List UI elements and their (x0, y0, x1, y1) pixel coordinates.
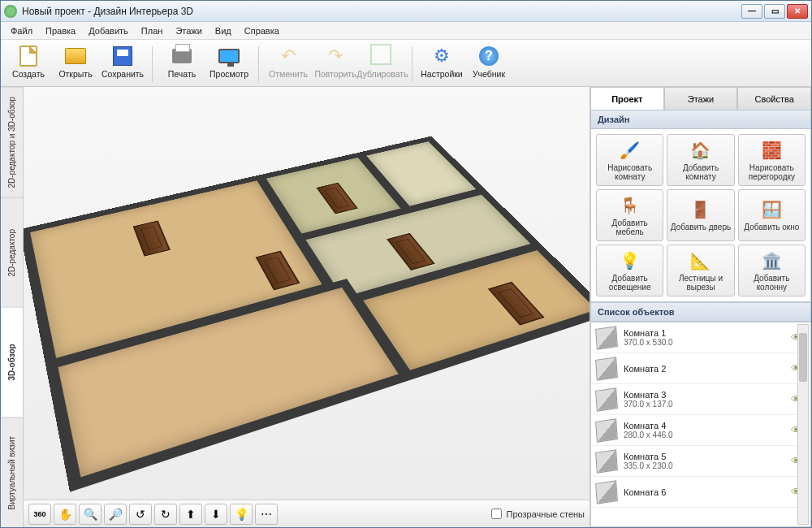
menu-edit[interactable]: Правка (39, 24, 82, 38)
create-button[interactable]: Создать (6, 43, 51, 85)
titlebar: Новый проект - Дизайн Интерьера 3D — ▭ ✕ (1, 1, 811, 22)
app-window: Новый проект - Дизайн Интерьера 3D — ▭ ✕… (0, 0, 812, 528)
object-dimensions: 370.0 x 137.0 (624, 400, 791, 409)
add-window-button[interactable]: 🪟Добавить окно (738, 189, 806, 241)
monitor-icon (218, 49, 240, 63)
menu-file[interactable]: Файл (4, 24, 39, 38)
design-label: Добавить дверь (671, 223, 731, 232)
help-icon: ? (479, 46, 499, 66)
design-label: Лестницы и вырезы (669, 274, 732, 292)
tab-project[interactable]: Проект (590, 87, 664, 110)
tilt-down-button[interactable]: ⬇ (205, 504, 227, 525)
zoom-in-button[interactable]: 🔍 (79, 504, 102, 525)
menu-add[interactable]: Добавить (82, 24, 135, 38)
pan-button[interactable]: ✋ (54, 504, 76, 525)
settings-button[interactable]: ⚙Настройки (419, 43, 464, 85)
stairs-button[interactable]: 📐Лестницы и вырезы (667, 245, 734, 296)
tilt-up-button[interactable]: ⬆ (179, 504, 202, 525)
duplicate-icon (374, 47, 391, 65)
object-name: Комната 3 (624, 390, 791, 400)
room-icon (595, 357, 618, 380)
gear-icon: ⚙ (430, 45, 453, 67)
add-column-button[interactable]: 🏛️Добавить колонну (738, 245, 806, 296)
window-title: Новый проект - Дизайн Интерьера 3D (22, 6, 741, 17)
folder-icon (65, 48, 86, 64)
object-list-item[interactable]: Комната 1 370.0 x 530.0 👁 (591, 322, 810, 353)
object-list-item[interactable]: Комната 4 280.0 x 446.0 👁 (591, 415, 810, 446)
zoom-out-button[interactable]: 🔎 (104, 504, 127, 525)
object-list[interactable]: Комната 1 370.0 x 530.0 👁 Комната 2 👁 Ко… (590, 322, 811, 527)
floppy-icon (113, 46, 132, 66)
lighting-button[interactable]: 💡 (230, 504, 253, 525)
preview-button[interactable]: Просмотр (206, 43, 252, 85)
new-file-icon (19, 45, 37, 67)
sidetab-2d[interactable]: 2D-редактор (1, 197, 23, 308)
app-icon (4, 5, 17, 18)
transparent-walls-checkbox[interactable] (491, 509, 502, 519)
right-panel: Проект Этажи Свойства Дизайн 🖌️Нарисоват… (590, 87, 811, 527)
draw-room-icon: 🖌️ (619, 139, 641, 162)
scrollbar[interactable] (797, 324, 809, 525)
menu-view[interactable]: Вид (209, 24, 238, 38)
tab-floors[interactable]: Этажи (664, 87, 738, 110)
menu-bar: Файл Правка Добавить План Этажи Вид Спра… (1, 22, 811, 40)
add-light-button[interactable]: 💡Добавить освещение (596, 245, 663, 296)
add-furniture-button[interactable]: 🪑Добавить мебель (596, 189, 663, 241)
design-label: Добавить комнату (669, 163, 732, 182)
close-button[interactable]: ✕ (787, 4, 808, 19)
design-label: Добавить освещение (598, 274, 661, 292)
object-dimensions: 335.0 x 230.0 (624, 461, 791, 470)
draw-partition-button[interactable]: 🧱Нарисовать перегородку (738, 134, 806, 186)
scroll-thumb[interactable] (799, 333, 807, 382)
draw-room-button[interactable]: 🖌️Нарисовать комнату (596, 134, 663, 186)
sidetab-3d[interactable]: 3D-обзор (1, 307, 23, 418)
add-light-icon: 💡 (619, 249, 641, 272)
transparent-walls-toggle[interactable]: Прозрачные стены (491, 509, 585, 519)
design-label: Добавить колонну (741, 274, 803, 292)
rotate-right-button[interactable]: ↻ (154, 504, 177, 525)
add-room-icon: 🏠 (689, 139, 712, 162)
duplicate-button[interactable]: Дублировать (360, 43, 405, 85)
object-dimensions: 370.0 x 530.0 (624, 338, 791, 347)
sidetab-virtual[interactable]: Виртуальный визит (1, 418, 23, 528)
menu-help[interactable]: Справка (238, 24, 286, 38)
object-list-item[interactable]: Комната 3 370.0 x 137.0 👁 (591, 384, 810, 415)
view-360-button[interactable]: 360 (28, 504, 51, 525)
add-furniture-icon: 🪑 (619, 194, 641, 217)
object-list-item[interactable]: Комната 2 👁 (591, 353, 810, 384)
tutorial-button[interactable]: ?Учебник (466, 43, 512, 85)
redo-button[interactable]: ↷Повторить (313, 43, 358, 85)
tab-properties[interactable]: Свойства (737, 87, 811, 110)
save-button[interactable]: Сохранить (100, 43, 145, 85)
minimize-button[interactable]: — (741, 4, 762, 19)
transparent-walls-label: Прозрачные стены (507, 509, 585, 519)
undo-button[interactable]: ↶Отменить (266, 43, 311, 85)
design-label: Нарисовать перегородку (741, 163, 803, 182)
room-icon (595, 326, 618, 349)
room-icon (595, 480, 618, 504)
design-label: Добавить окно (744, 223, 799, 232)
menu-floors[interactable]: Этажи (169, 24, 208, 38)
redo-icon: ↷ (324, 45, 347, 67)
add-door-button[interactable]: 🚪Добавить дверь (667, 189, 734, 241)
settings-view-button[interactable]: ⋯ (255, 504, 278, 525)
view-toolbar: 360 ✋ 🔍 🔎 ↺ ↻ ⬆ ⬇ 💡 ⋯ Прозрачные стены (24, 500, 590, 527)
object-name: Комната 1 (624, 328, 791, 338)
open-button[interactable]: Открыть (53, 43, 98, 85)
main-toolbar: Создать Открыть Сохранить Печать Просмот… (1, 40, 811, 87)
rotate-left-button[interactable]: ↺ (129, 504, 152, 525)
room-icon (595, 387, 618, 411)
3d-viewport[interactable] (24, 87, 590, 500)
maximize-button[interactable]: ▭ (764, 4, 785, 19)
undo-icon: ↶ (277, 45, 300, 67)
design-label: Нарисовать комнату (598, 163, 661, 182)
design-section-header: Дизайн (590, 110, 811, 129)
object-list-item[interactable]: Комната 5 335.0 x 230.0 👁 (591, 446, 810, 477)
object-name: Комната 2 (624, 364, 791, 374)
stairs-icon: 📐 (689, 249, 712, 272)
menu-plan[interactable]: План (135, 24, 170, 38)
sidetab-combined[interactable]: 2D-редактор и 3D-обзор (1, 87, 23, 197)
print-button[interactable]: Печать (159, 43, 205, 85)
add-room-button[interactable]: 🏠Добавить комнату (667, 134, 734, 186)
object-list-item[interactable]: Комната 6 👁 (591, 477, 810, 508)
